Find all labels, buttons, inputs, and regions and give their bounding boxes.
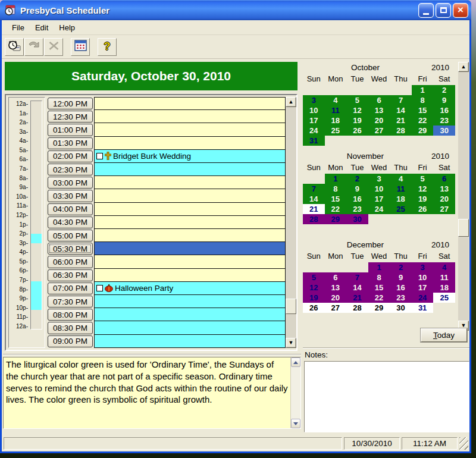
calendar-day[interactable]: 2 xyxy=(390,262,412,272)
calendar-day[interactable]: 7 xyxy=(303,184,325,194)
time-slot-button[interactable]: 03:00 PM xyxy=(48,177,93,189)
time-slot-button[interactable]: 09:00 PM xyxy=(48,335,93,347)
today-button[interactable]: Today xyxy=(421,328,467,342)
calendar-day[interactable]: 19 xyxy=(412,194,434,204)
calendar-day[interactable]: 24 xyxy=(412,293,434,303)
calendar-day[interactable]: 22 xyxy=(325,204,347,214)
calendar-day[interactable]: 11 xyxy=(325,105,347,115)
time-slot-cell[interactable] xyxy=(94,123,286,136)
calendar-day[interactable]: 12 xyxy=(303,283,325,293)
calendar-day[interactable]: 23 xyxy=(346,204,368,214)
time-slot-button[interactable]: 01:30 PM xyxy=(48,137,93,149)
calendar-day[interactable]: 28 xyxy=(390,126,412,136)
calendar-day[interactable]: 30 xyxy=(433,126,455,136)
time-slot-button[interactable]: 12:00 PM xyxy=(48,98,93,109)
calendar-day[interactable]: 7 xyxy=(346,272,368,283)
calendar-day[interactable]: 21 xyxy=(346,293,368,303)
calendar-day[interactable]: 23 xyxy=(433,115,455,126)
calendar-day[interactable]: 27 xyxy=(325,303,347,313)
calendar-day[interactable]: 8 xyxy=(412,95,434,105)
calendar-day[interactable]: 3 xyxy=(368,174,390,184)
time-slot-button[interactable]: 08:30 PM xyxy=(48,322,93,334)
time-slot-cell[interactable] xyxy=(94,136,286,150)
time-slot-button[interactable]: 08:00 PM xyxy=(48,309,93,321)
calendar-day[interactable]: 20 xyxy=(325,293,347,303)
calendar-day[interactable]: 11 xyxy=(433,272,455,283)
calendar-day[interactable]: 13 xyxy=(325,283,347,293)
calendar-day[interactable]: 8 xyxy=(368,272,390,283)
calendar-day[interactable]: 30 xyxy=(346,214,368,224)
calendar-day[interactable]: 6 xyxy=(368,95,390,105)
scroll-up-icon[interactable]: ▲ xyxy=(458,62,469,72)
calendar-day[interactable]: 26 xyxy=(303,303,325,313)
time-slot-cell[interactable] xyxy=(94,228,286,242)
menu-edit[interactable]: Edit xyxy=(30,21,54,34)
calendar-day[interactable]: 31 xyxy=(303,136,325,146)
calendar-day[interactable]: 1 xyxy=(368,262,390,272)
calendar-day[interactable]: 9 xyxy=(390,272,412,283)
calendar-day[interactable]: 9 xyxy=(346,184,368,194)
calendar-day[interactable]: 29 xyxy=(412,126,434,136)
calendar-day[interactable]: 9 xyxy=(433,95,455,105)
time-slot-cell[interactable]: Halloween Party xyxy=(94,281,286,295)
calendar-day[interactable]: 16 xyxy=(346,194,368,204)
calendar-day[interactable]: 12 xyxy=(412,184,434,194)
calendar-scroll-track[interactable] xyxy=(458,72,469,321)
calendar-day[interactable]: 25 xyxy=(325,126,347,136)
calendar-day[interactable]: 4 xyxy=(433,262,455,272)
maximize-button[interactable] xyxy=(436,3,451,18)
calendar-day[interactable]: 28 xyxy=(346,303,368,313)
calendar-day[interactable]: 16 xyxy=(433,105,455,115)
time-slot-cell[interactable] xyxy=(94,241,286,255)
calendar-day[interactable]: 21 xyxy=(390,115,412,126)
calendar-day[interactable]: 3 xyxy=(303,95,325,105)
time-slot-button[interactable]: 03:30 PM xyxy=(48,190,93,202)
time-slot-cell[interactable] xyxy=(94,321,286,334)
calendar-day[interactable]: 29 xyxy=(368,303,390,313)
time-slot-button[interactable]: 07:00 PM xyxy=(48,283,93,294)
time-slot-button[interactable]: 04:30 PM xyxy=(48,217,93,228)
time-slot-cell[interactable] xyxy=(94,334,286,348)
calendar-day[interactable]: 10 xyxy=(303,105,325,115)
time-slot-button[interactable]: 12:30 PM xyxy=(48,111,93,123)
schedule-scroll-thumb[interactable] xyxy=(286,299,296,314)
calendar-day[interactable]: 25 xyxy=(390,204,412,214)
calendar-day[interactable]: 11 xyxy=(390,184,412,194)
time-slot-button[interactable]: 07:30 PM xyxy=(48,296,93,308)
calendar-day[interactable]: 14 xyxy=(390,105,412,115)
time-slot-button[interactable]: 06:30 PM xyxy=(48,269,93,281)
calendar-scroll-thumb[interactable] xyxy=(458,219,469,237)
calendar-day[interactable]: 2 xyxy=(346,174,368,184)
calendar-day[interactable]: 22 xyxy=(412,115,434,126)
calendar-day[interactable]: 31 xyxy=(412,303,434,313)
calendar-day[interactable]: 5 xyxy=(303,272,325,283)
resize-grip-icon[interactable] xyxy=(459,437,468,450)
calendar-day[interactable]: 15 xyxy=(412,105,434,115)
time-slot-button[interactable]: 05:00 PM xyxy=(48,230,93,241)
time-slot-button[interactable]: 04:00 PM xyxy=(48,203,93,215)
schedule-scroll-track[interactable] xyxy=(286,107,296,338)
scroll-down-icon[interactable]: ▼ xyxy=(286,338,296,348)
new-appointment-button[interactable] xyxy=(5,38,24,56)
calendar-day[interactable]: 4 xyxy=(390,174,412,184)
calendar-day[interactable]: 6 xyxy=(433,174,455,184)
calendar-day[interactable]: 23 xyxy=(390,293,412,303)
menu-help[interactable]: Help xyxy=(54,21,80,34)
calendar-day[interactable]: 10 xyxy=(368,184,390,194)
time-slot-cell[interactable] xyxy=(94,97,286,110)
calendar-day[interactable]: 20 xyxy=(368,115,390,126)
calendar-day[interactable]: 20 xyxy=(433,194,455,204)
time-slot-button[interactable]: 02:30 PM xyxy=(48,164,93,175)
time-slot-button[interactable]: 01:00 PM xyxy=(48,124,93,136)
calendar-day[interactable]: 2 xyxy=(433,85,455,95)
calendar-day[interactable]: 15 xyxy=(325,194,347,204)
calendar-day[interactable]: 18 xyxy=(390,194,412,204)
calendar-day[interactable]: 26 xyxy=(412,204,434,214)
calendar-day[interactable]: 19 xyxy=(303,293,325,303)
calendar-day[interactable]: 12 xyxy=(346,105,368,115)
calendar-scrollbar[interactable]: ▲ ▼ xyxy=(458,62,469,331)
time-slot-cell[interactable]: Bridget Burk Wedding xyxy=(94,149,286,163)
time-slot-cell[interactable] xyxy=(94,268,286,282)
calendar-day[interactable]: 17 xyxy=(412,283,434,293)
time-slot-cell[interactable] xyxy=(94,308,286,321)
